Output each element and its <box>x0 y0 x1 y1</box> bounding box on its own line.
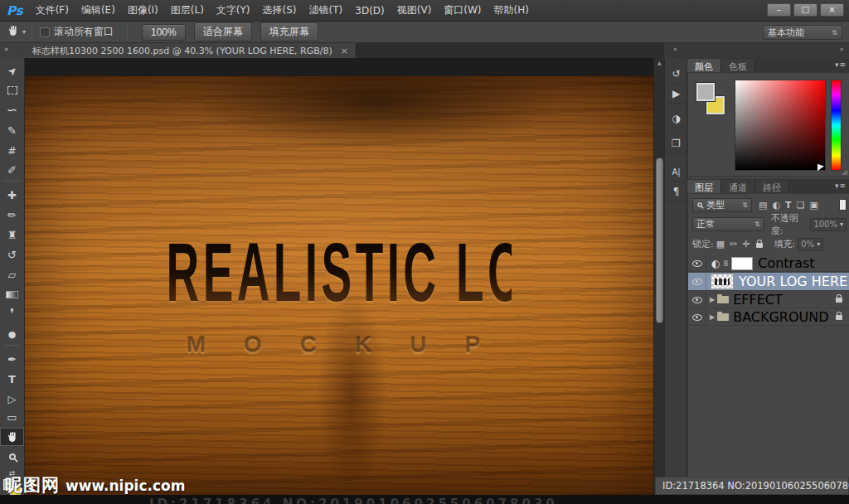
actions-panel-icon[interactable]: ▶ <box>667 85 686 104</box>
group-triangle-icon[interactable]: ▶ <box>710 296 715 303</box>
tools-panel: ➤ ∽ ✎ # ✐ ✚ ✏ ♜ ↺ ▱ ❜ ● ✒ T ▷ ▭ ⇄ <box>0 58 25 504</box>
visibility-cell[interactable] <box>688 309 706 325</box>
minimize-button[interactable]: – <box>767 3 791 17</box>
eyedropper-tool[interactable]: ✐ <box>0 161 24 179</box>
clone-stamp-tool[interactable]: ♜ <box>0 225 24 244</box>
fit-screen-button[interactable]: 适合屏幕 <box>194 22 252 41</box>
value-caret-icon: ▾ <box>840 220 843 228</box>
panel-menu-icon[interactable]: ▾≡ <box>835 61 847 69</box>
menu-type[interactable]: 文字(Y) <box>216 3 250 17</box>
tab-color[interactable]: 颜色 <box>687 59 721 72</box>
panel-resize-icon[interactable]: ◢ <box>842 167 847 176</box>
adjustment-layer-icon: ◐ <box>711 258 720 269</box>
smart-object-thumbnail[interactable] <box>711 274 734 289</box>
layer-row-your-log-here[interactable]: YOUR LOG HERE <box>688 273 849 291</box>
tab-channels[interactable]: 通道 <box>721 180 755 193</box>
opacity-value[interactable]: 100% ▾ <box>810 218 847 231</box>
tool-preset-caret-icon[interactable]: ▾ <box>22 28 26 36</box>
brush-tool[interactable]: ✏ <box>0 206 24 224</box>
saturation-brightness-field[interactable] <box>735 80 826 171</box>
filter-toggle-icon[interactable] <box>839 199 847 211</box>
menu-select[interactable]: 选择(S) <box>263 3 297 17</box>
menu-3d[interactable]: 3D(D) <box>355 5 384 17</box>
maximize-button[interactable]: □ <box>793 3 817 17</box>
menu-file[interactable]: 文件(F) <box>36 3 69 17</box>
document-canvas[interactable]: REALISTIC LOGO MOCKUP <box>25 58 653 504</box>
gradient-tool[interactable] <box>0 285 24 303</box>
menu-view[interactable]: 视图(V) <box>397 3 432 17</box>
blur-tool[interactable]: ❜ <box>0 305 24 323</box>
foreground-color-swatch[interactable] <box>696 83 715 101</box>
fill-screen-button[interactable]: 填充屏幕 <box>260 22 318 41</box>
layer-row-contrast[interactable]: ◐ 8 Contrast <box>688 255 849 272</box>
strip-collapse-icon[interactable]: « <box>664 43 686 58</box>
layer-row-background[interactable]: ▶ BACKGROUND <box>688 309 849 326</box>
document-tab[interactable]: 标志样机10300 2500 1600.psd @ 40.3% (YOUR LO… <box>25 43 357 58</box>
color-panel-body: ◢ <box>687 72 849 177</box>
history-brush-tool[interactable]: ↺ <box>0 245 24 264</box>
visibility-cell[interactable] <box>688 273 706 290</box>
history-panel-icon[interactable]: ↺ <box>667 65 686 84</box>
crop-tool[interactable]: # <box>0 141 24 159</box>
lasso-tool[interactable]: ∽ <box>0 101 24 119</box>
menu-filter[interactable]: 滤镜(T) <box>309 3 343 17</box>
pen-tool[interactable]: ✒ <box>0 350 24 368</box>
color-picker-ring-icon[interactable] <box>745 112 754 121</box>
filter-smart-icon[interactable]: ▣ <box>809 200 817 211</box>
eraser-tool[interactable]: ▱ <box>0 265 24 284</box>
filter-shape-icon[interactable]: ❏ <box>797 200 805 211</box>
visibility-cell[interactable] <box>688 292 706 308</box>
menu-image[interactable]: 图像(I) <box>128 3 158 17</box>
scroll-up-icon[interactable]: ▲ <box>657 60 662 65</box>
quick-selection-tool[interactable]: ✎ <box>0 121 24 139</box>
lock-pixels-icon[interactable]: ✏ <box>730 239 737 250</box>
hand-tool[interactable] <box>0 428 24 446</box>
zoom-tool[interactable] <box>0 448 24 466</box>
menu-bar: Ps 文件(F) 编辑(E) 图像(I) 图层(L) 文字(Y) 选择(S) 滤… <box>0 0 849 22</box>
path-selection-tool[interactable]: ▷ <box>0 390 24 408</box>
value-caret-icon: ▾ <box>817 240 820 248</box>
dock-collapse-icon[interactable]: » <box>686 43 849 58</box>
fill-value[interactable]: 0% ▾ <box>798 238 823 251</box>
scroll-all-windows-checkbox[interactable] <box>40 27 50 37</box>
filter-adjustment-icon[interactable]: ◐ <box>772 200 780 211</box>
zoom-100-button[interactable]: 100% <box>142 24 186 41</box>
canvas-vertical-scrollbar[interactable]: ▲ <box>653 58 664 495</box>
tab-close-icon[interactable]: × <box>341 46 348 56</box>
lock-all-icon[interactable] <box>756 243 763 248</box>
menu-layer[interactable]: 图层(L) <box>171 3 204 17</box>
layer-row-effect[interactable]: ▶ EFFECT <box>688 292 849 308</box>
filter-type-text-icon[interactable]: T <box>785 200 792 211</box>
styles-panel-icon[interactable]: ❐ <box>667 134 686 153</box>
adjustments-panel-icon[interactable]: ◑ <box>667 109 686 128</box>
dodge-tool[interactable]: ● <box>0 325 24 343</box>
workspace-switcher[interactable]: 基本功能 ⇅ <box>763 25 842 40</box>
blend-mode-combo[interactable]: 正常 ⇅ <box>692 217 764 231</box>
scrollbar-thumb[interactable] <box>656 158 663 323</box>
tab-paths[interactable]: 路径 <box>755 180 789 193</box>
menu-help[interactable]: 帮助(H) <box>494 3 529 17</box>
lock-position-icon[interactable]: ✛ <box>742 239 750 250</box>
lock-transparency-icon[interactable]: ▦ <box>716 239 725 250</box>
group-triangle-icon[interactable]: ▶ <box>710 313 715 321</box>
hand-icon <box>6 430 19 443</box>
healing-brush-tool[interactable]: ✚ <box>0 186 24 204</box>
hue-slider[interactable] <box>831 80 842 171</box>
tab-swatches[interactable]: 色板 <box>721 59 755 72</box>
menu-window[interactable]: 窗口(W) <box>444 3 481 17</box>
layer-mask-thumbnail[interactable] <box>731 257 753 270</box>
character-panel-icon[interactable]: A| <box>667 162 686 182</box>
close-button[interactable]: × <box>820 3 844 17</box>
visibility-cell[interactable] <box>688 255 706 271</box>
folder-icon <box>717 296 729 303</box>
shape-tool[interactable]: ▭ <box>0 408 24 426</box>
menu-edit[interactable]: 编辑(E) <box>81 3 115 17</box>
tab-layers[interactable]: 图层 <box>687 180 721 193</box>
marquee-tool[interactable] <box>0 81 24 99</box>
filter-pixel-icon[interactable]: ▤ <box>759 200 767 211</box>
type-tool[interactable]: T <box>0 370 24 388</box>
panel-menu-icon[interactable]: ▾≡ <box>835 182 847 190</box>
filter-type-combo[interactable]: 类型 ⇅ <box>692 198 752 212</box>
paragraph-panel-icon[interactable]: ¶ <box>667 182 686 201</box>
folder-icon <box>717 313 729 321</box>
